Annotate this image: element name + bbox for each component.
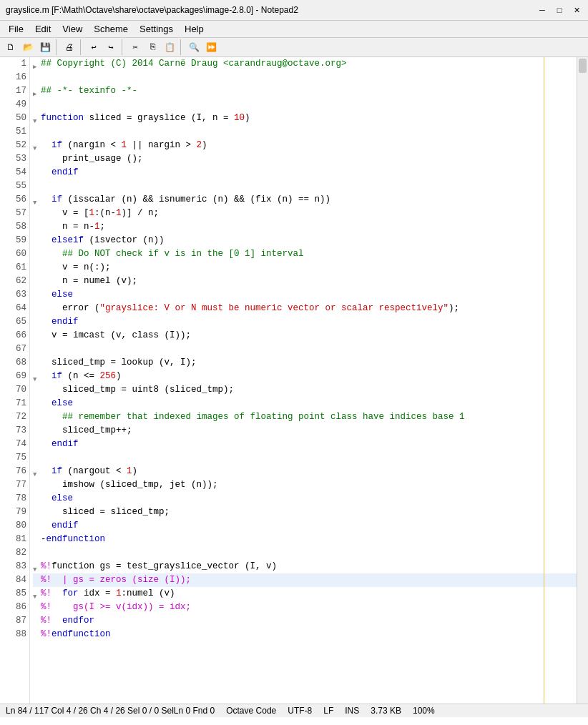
fold-btn-76[interactable]: ▼ — [33, 468, 40, 475]
save-button[interactable]: 💾 — [37, 39, 53, 55]
code-line-16[interactable] — [33, 71, 577, 84]
fold-btn-17[interactable]: ▶ — [33, 88, 40, 95]
token-60-0: ## Do NOT check if v is in the [0 1] int… — [41, 247, 304, 261]
token-70-0: sliced_tmp = uint8 (sliced_tmp); — [41, 383, 234, 397]
code-line-51[interactable] — [33, 125, 577, 139]
code-line-88[interactable]: %!endfunction — [33, 628, 577, 641]
code-line-50[interactable]: ▼function sliced = grayslice (I, n = 10) — [33, 112, 577, 125]
code-line-49[interactable] — [33, 98, 577, 112]
code-line-73[interactable]: sliced_tmp++; — [33, 424, 577, 438]
find-button[interactable]: 🔍 — [186, 39, 202, 55]
code-line-64[interactable]: error ("grayslice: V or N must be numeri… — [33, 302, 577, 315]
new-button[interactable]: 🗋 — [3, 39, 19, 55]
undo-button[interactable]: ↩ — [86, 39, 102, 55]
open-button[interactable]: 📂 — [20, 39, 36, 55]
line-num-74: 74 — [0, 438, 29, 451]
fold-btn-56[interactable]: ▼ — [33, 197, 40, 204]
code-line-79[interactable]: sliced = sliced_tmp; — [33, 505, 577, 519]
maximize-button[interactable]: □ — [554, 4, 565, 16]
token-86-0: %! gs(I >= v(idx)) = idx; — [41, 601, 191, 614]
code-line-68[interactable]: sliced_tmp = lookup (v, I); — [33, 356, 577, 370]
token-85-2: idx = — [79, 587, 117, 601]
code-line-56[interactable]: ▼ if (isscalar (n) && isnumeric (n) && (… — [33, 193, 577, 207]
code-line-55[interactable] — [33, 179, 577, 193]
token-62-0: n = numel (v); — [41, 275, 137, 288]
menu-item-scheme[interactable]: Scheme — [88, 22, 134, 36]
code-line-84[interactable]: %! | gs = zeros (size (I)); — [33, 573, 577, 587]
token-88-1: endfunction — [52, 628, 111, 641]
code-line-75[interactable] — [33, 451, 577, 465]
print-button[interactable]: 🖨 — [62, 39, 77, 55]
code-line-83[interactable]: ▼%!function gs = test_grayslice_vector (… — [33, 560, 577, 573]
code-line-65[interactable]: endif — [33, 315, 577, 329]
token-83-0: %! — [41, 560, 52, 573]
fold-btn-1[interactable]: ▶ — [33, 61, 40, 68]
menu-item-help[interactable]: Help — [179, 22, 210, 36]
token-1-0: ## Copyright (C) 2014 Carnë Draug <caran… — [41, 57, 347, 71]
toolbar: 🗋 📂 💾 🖨 ↩ ↪ ✂ ⎘ 📋 🔍 ⏩ — [0, 38, 588, 57]
fold-btn-85[interactable]: ▼ — [33, 591, 40, 598]
token-83-1: function gs = test_grayslice_vector (I, … — [52, 560, 277, 573]
code-content[interactable]: ▶## Copyright (C) 2014 Carnë Draug <cara… — [30, 57, 577, 704]
line-num-61: 61 — [0, 261, 29, 275]
code-line-59[interactable]: elseif (isvector (n)) — [33, 234, 577, 247]
line-num-80: 80 — [0, 519, 29, 533]
code-line-66[interactable]: v = imcast (v, class (I)); — [33, 329, 577, 342]
fold-btn-69[interactable]: ▼ — [33, 373, 40, 380]
token-64-2: ); — [449, 302, 459, 315]
token-52-6: ) — [202, 139, 207, 152]
code-line-61[interactable]: v = n(:); — [33, 261, 577, 275]
code-line-63[interactable]: else — [33, 288, 577, 302]
menu-item-file[interactable]: File — [3, 22, 29, 36]
code-line-52[interactable]: ▼ if (nargin < 1 || nargin > 2) — [33, 139, 577, 152]
fold-btn-83[interactable]: ▼ — [33, 563, 40, 571]
fold-btn-50[interactable]: ▼ — [33, 115, 40, 122]
code-line-76[interactable]: ▼ if (nargout < 1) — [33, 465, 577, 478]
fold-btn-52[interactable]: ▼ — [33, 142, 40, 149]
scrollbar-thumb[interactable] — [579, 59, 587, 73]
menu-item-settings[interactable]: Settings — [134, 22, 179, 36]
scrollbar[interactable] — [577, 57, 588, 704]
code-line-82[interactable] — [33, 546, 577, 560]
toolbar-sep-2 — [80, 39, 83, 55]
find-next-button[interactable]: ⏩ — [203, 39, 219, 55]
cut-button[interactable]: ✂ — [127, 39, 143, 55]
minimize-button[interactable]: ─ — [536, 4, 548, 16]
code-line-67[interactable] — [33, 342, 577, 356]
redo-button[interactable]: ↪ — [103, 39, 119, 55]
code-line-70[interactable]: sliced_tmp = uint8 (sliced_tmp); — [33, 383, 577, 397]
close-button[interactable]: ✕ — [571, 4, 582, 16]
code-line-81[interactable]: -endfunction — [33, 533, 577, 546]
code-line-71[interactable]: else — [33, 397, 577, 410]
menu-item-edit[interactable]: Edit — [29, 22, 57, 36]
toolbar-sep-1 — [56, 39, 59, 55]
code-line-1[interactable]: ▶## Copyright (C) 2014 Carnë Draug <cara… — [33, 57, 577, 71]
code-line-60[interactable]: ## Do NOT check if v is in the [0 1] int… — [33, 247, 577, 261]
copy-button[interactable]: ⎘ — [144, 39, 160, 55]
code-line-72[interactable]: ## remember that indexed images of float… — [33, 410, 577, 424]
code-line-53[interactable]: print_usage (); — [33, 152, 577, 166]
token-78-0 — [41, 492, 52, 505]
code-line-86[interactable]: %! gs(I >= v(idx)) = idx; — [33, 601, 577, 614]
code-line-54[interactable]: endif — [33, 166, 577, 179]
code-line-62[interactable]: n = numel (v); — [33, 275, 577, 288]
paste-button[interactable]: 📋 — [162, 39, 177, 55]
code-line-77[interactable]: imshow (sliced_tmp, jet (n)); — [33, 478, 577, 492]
code-line-17[interactable]: ▶## -*- texinfo -*- — [33, 84, 577, 98]
code-line-80[interactable]: endif — [33, 519, 577, 533]
line-num-57: 57 — [0, 207, 29, 220]
token-74-0 — [41, 438, 52, 451]
code-line-85[interactable]: ▼%! for idx = 1:numel (v) — [33, 587, 577, 601]
code-line-57[interactable]: v = [1:(n-1)] / n; — [33, 207, 577, 220]
code-line-69[interactable]: ▼ if (n <= 256) — [33, 370, 577, 383]
no-fold-57 — [33, 207, 41, 220]
code-line-87[interactable]: %! endfor — [33, 614, 577, 628]
token-57-1: 1 — [89, 207, 95, 220]
token-52-5: 2 — [197, 139, 202, 152]
code-line-58[interactable]: n = n-1; — [33, 220, 577, 234]
status-mode: Octave Code — [226, 706, 276, 716]
code-line-78[interactable]: else — [33, 492, 577, 505]
code-line-74[interactable]: endif — [33, 438, 577, 451]
menu-item-view[interactable]: View — [57, 22, 88, 36]
token-59-0 — [41, 234, 52, 247]
